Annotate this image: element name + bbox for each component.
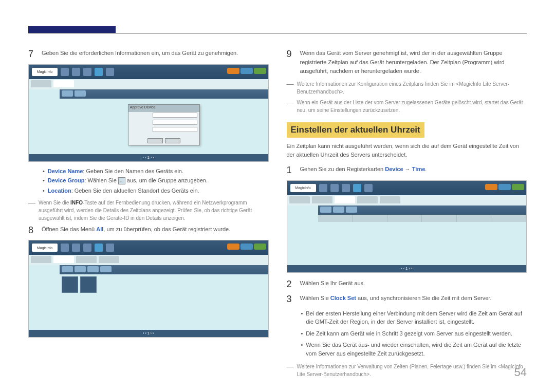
all-menu: All xyxy=(96,226,103,232)
tab xyxy=(312,196,332,203)
note-9b: ― Wenn ein Gerät aus der Liste der vom S… xyxy=(287,99,527,114)
status-pills xyxy=(227,68,266,74)
screenshot-all-menu: MagicInfo xyxy=(28,240,269,338)
device-thumb xyxy=(62,276,78,293)
tab xyxy=(76,256,97,263)
nav-icon xyxy=(319,184,327,192)
step-9: 9 Wenn das Gerät vom Server genehmigt is… xyxy=(287,49,527,76)
pill xyxy=(254,68,266,74)
magicinfo-logo: MagicInfo xyxy=(290,184,316,192)
modal-input xyxy=(153,127,197,132)
thumbnails xyxy=(60,274,268,295)
nav-icon xyxy=(61,244,69,252)
device-name-label: Device Name xyxy=(48,168,83,174)
pill xyxy=(227,68,239,74)
pill xyxy=(227,244,239,250)
step-number: 9 xyxy=(287,49,294,76)
sidebar xyxy=(287,206,318,265)
step-3: 3 Wählen Sie Clock Set aus, und synchron… xyxy=(287,294,527,305)
paginator: ‹ ‹ 1 › › xyxy=(29,330,268,337)
list-item: Bei der ersten Herstellung einer Verbind… xyxy=(301,309,527,326)
tab xyxy=(357,196,378,203)
toolbar-btn xyxy=(320,207,331,213)
screenshot-approve-device: MagicInfo xyxy=(28,64,269,162)
nav-icon xyxy=(342,184,350,192)
magicinfo-logo: MagicInfo xyxy=(32,68,58,76)
paginator: ‹ ‹ 1 › › xyxy=(29,154,268,161)
step-2: 2 Wählen Sie Ihr Gerät aus. xyxy=(287,279,527,290)
tabs xyxy=(29,255,268,265)
bullet-icon xyxy=(43,177,45,184)
sidebar xyxy=(29,89,60,154)
th xyxy=(387,215,422,222)
step-number: 2 xyxy=(287,279,294,290)
nav-icon xyxy=(83,68,91,76)
step-text: Wenn das Gerät vom Server genehmigt ist,… xyxy=(300,49,527,76)
dash-icon: ― xyxy=(287,99,294,114)
app-topbar: MagicInfo xyxy=(287,181,527,195)
step-7: 7 Geben Sie die erforderlichen Informati… xyxy=(28,49,269,60)
nav-icon xyxy=(106,244,114,252)
pill xyxy=(254,244,266,250)
modal-input xyxy=(153,113,197,118)
bullet-icon xyxy=(301,341,303,358)
status-pills xyxy=(227,244,266,250)
tabs xyxy=(287,195,527,206)
device-group-label: Device Group xyxy=(48,177,85,183)
nav-icon xyxy=(330,184,339,192)
intro-text: Ein Zeitplan kann nicht ausgeführt werde… xyxy=(287,142,527,160)
toolbar-btn xyxy=(100,266,112,272)
time-tab: Time xyxy=(412,166,425,172)
tab xyxy=(380,196,400,203)
modal-cancel-btn xyxy=(165,138,180,143)
dash-icon: ― xyxy=(287,80,294,96)
dash-icon: ― xyxy=(287,363,294,378)
dash-icon: ― xyxy=(28,199,35,222)
nav-icon xyxy=(106,68,114,76)
main-area: Approve Device xyxy=(60,89,268,154)
step-text: Wählen Sie Ihr Gerät aus. xyxy=(300,279,527,290)
th xyxy=(491,215,526,222)
pill xyxy=(240,68,253,74)
note-9a: ― Weitere Informationen zur Konfiguratio… xyxy=(287,80,527,96)
main-area xyxy=(318,206,527,265)
time-notes-list: Bei der ersten Herstellung einer Verbind… xyxy=(301,309,527,358)
toolbar-btn xyxy=(75,90,86,97)
tabs xyxy=(29,79,268,89)
toolbar xyxy=(318,206,527,215)
nav-icon xyxy=(95,244,103,252)
paginator: ‹ ‹ 1 › › xyxy=(287,265,527,272)
toolbar-btn xyxy=(62,90,73,97)
th xyxy=(353,215,387,222)
bullet-icon xyxy=(43,168,45,174)
tab xyxy=(289,196,310,203)
info-key: INFO xyxy=(70,200,83,206)
browse-icon: ··· xyxy=(118,177,125,184)
main-area xyxy=(60,265,268,330)
step-number: 3 xyxy=(287,294,294,305)
tab xyxy=(31,80,51,87)
toolbar-btn xyxy=(346,207,357,213)
list-item: Device Group: Wählen Sie ··· aus, um die… xyxy=(43,177,269,184)
right-column: 9 Wenn das Gerät vom Server genehmigt is… xyxy=(287,49,527,381)
list-item: Die Zeit kann am Gerät wie in Schritt 3 … xyxy=(301,329,527,338)
pill xyxy=(512,184,524,190)
device-tab: Device xyxy=(385,166,403,172)
toolbar-btn xyxy=(333,207,344,213)
left-column: 7 Geben Sie die erforderlichen Informati… xyxy=(28,49,269,381)
nav-icon xyxy=(72,68,80,76)
step-8: 8 Öffnen Sie das Menü All, um zu überprü… xyxy=(28,225,269,236)
step-text: Gehen Sie zu den Registerkarten Device →… xyxy=(300,165,527,176)
tab-time xyxy=(335,196,355,203)
step-number: 1 xyxy=(287,165,294,176)
list-item: Device Name: Geben Sie den Namen des Ger… xyxy=(43,168,269,174)
step-text: Geben Sie die erforderlichen Information… xyxy=(42,49,269,60)
toolbar-btn xyxy=(75,266,86,272)
app-topbar: MagicInfo xyxy=(29,240,268,255)
list-item: Location: Geben Sie den aktuellen Stando… xyxy=(43,188,269,194)
pill xyxy=(485,184,497,190)
th xyxy=(422,215,457,222)
status-pills xyxy=(485,184,524,190)
bullet-icon xyxy=(43,188,45,194)
tab xyxy=(31,256,51,263)
